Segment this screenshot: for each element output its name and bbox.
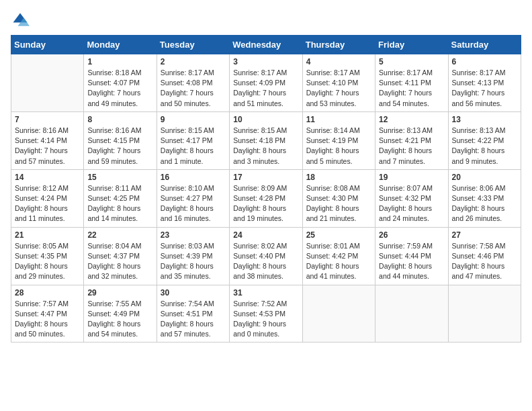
sunset-text: Sunset: 4:14 PM	[15, 136, 67, 144]
logo	[11, 11, 32, 30]
calendar-cell: 6Sunrise: 8:17 AMSunset: 4:13 PMDaylight…	[448, 54, 521, 112]
logo-icon	[11, 11, 30, 30]
sunset-text: Sunset: 4:24 PM	[15, 194, 67, 202]
sunset-text: Sunset: 4:08 PM	[161, 79, 213, 87]
daylight-text: Daylight: 8 hours and 7 minutes.	[379, 146, 432, 165]
day-number: 5	[379, 57, 444, 66]
calendar-week-row: 1Sunrise: 8:18 AMSunset: 4:07 PMDaylight…	[11, 54, 521, 112]
sunset-text: Sunset: 4:47 PM	[15, 310, 67, 318]
cell-info: Sunrise: 7:52 AMSunset: 4:53 PMDaylight:…	[233, 299, 298, 340]
calendar-cell	[375, 285, 448, 342]
daylight-text: Daylight: 8 hours and 35 minutes.	[161, 262, 214, 280]
daylight-text: Daylight: 8 hours and 50 minutes.	[15, 320, 68, 338]
daylight-text: Daylight: 7 hours and 59 minutes.	[87, 146, 140, 165]
sunrise-text: Sunrise: 8:08 AM	[306, 184, 360, 192]
sunrise-text: Sunrise: 8:02 AM	[233, 242, 287, 250]
cell-info: Sunrise: 8:16 AMSunset: 4:14 PMDaylight:…	[15, 126, 80, 167]
calendar-cell: 25Sunrise: 8:01 AMSunset: 4:42 PMDayligh…	[302, 227, 375, 285]
day-header-monday: Monday	[84, 36, 157, 54]
day-number: 30	[161, 288, 226, 298]
day-number: 31	[233, 288, 298, 298]
sunset-text: Sunset: 4:17 PM	[161, 136, 213, 144]
cell-info: Sunrise: 8:10 AMSunset: 4:27 PMDaylight:…	[161, 183, 226, 224]
sunrise-text: Sunrise: 8:04 AM	[87, 242, 141, 250]
calendar-cell: 23Sunrise: 8:03 AMSunset: 4:39 PMDayligh…	[157, 227, 229, 285]
cell-info: Sunrise: 8:18 AMSunset: 4:07 PMDaylight:…	[87, 68, 152, 109]
sunrise-text: Sunrise: 7:55 AM	[87, 300, 141, 308]
sunset-text: Sunset: 4:25 PM	[87, 194, 140, 202]
calendar-cell: 28Sunrise: 7:57 AMSunset: 4:47 PMDayligh…	[11, 285, 84, 342]
cell-info: Sunrise: 8:01 AMSunset: 4:42 PMDaylight:…	[306, 241, 371, 282]
calendar-cell: 21Sunrise: 8:05 AMSunset: 4:35 PMDayligh…	[11, 227, 84, 285]
sunset-text: Sunset: 4:21 PM	[379, 136, 431, 144]
calendar-cell: 18Sunrise: 8:08 AMSunset: 4:30 PMDayligh…	[302, 169, 375, 227]
day-header-saturday: Saturday	[448, 36, 521, 54]
sunset-text: Sunset: 4:42 PM	[306, 252, 359, 260]
daylight-text: Daylight: 7 hours and 53 minutes.	[306, 89, 359, 107]
day-header-sunday: Sunday	[11, 36, 84, 54]
day-number: 2	[161, 57, 226, 66]
calendar-cell: 29Sunrise: 7:55 AMSunset: 4:49 PMDayligh…	[84, 285, 157, 342]
cell-info: Sunrise: 8:05 AMSunset: 4:35 PMDaylight:…	[15, 241, 80, 282]
daylight-text: Daylight: 8 hours and 9 minutes.	[452, 146, 505, 165]
day-number: 8	[87, 115, 152, 124]
daylight-text: Daylight: 8 hours and 3 minutes.	[233, 146, 286, 165]
sunrise-text: Sunrise: 8:13 AM	[452, 126, 506, 134]
sunrise-text: Sunrise: 8:16 AM	[87, 126, 141, 134]
cell-info: Sunrise: 8:15 AMSunset: 4:18 PMDaylight:…	[233, 126, 298, 167]
daylight-text: Daylight: 8 hours and 44 minutes.	[379, 262, 432, 280]
cell-info: Sunrise: 8:15 AMSunset: 4:17 PMDaylight:…	[161, 126, 226, 167]
calendar-week-row: 28Sunrise: 7:57 AMSunset: 4:47 PMDayligh…	[11, 285, 521, 342]
sunrise-text: Sunrise: 8:18 AM	[87, 68, 141, 77]
calendar-cell: 26Sunrise: 7:59 AMSunset: 4:44 PMDayligh…	[375, 227, 448, 285]
sunset-text: Sunset: 4:32 PM	[379, 194, 431, 202]
calendar-cell: 7Sunrise: 8:16 AMSunset: 4:14 PMDaylight…	[11, 111, 84, 169]
calendar-cell: 20Sunrise: 8:06 AMSunset: 4:33 PMDayligh…	[448, 169, 521, 227]
day-number: 12	[379, 115, 444, 124]
sunrise-text: Sunrise: 8:15 AM	[233, 126, 287, 134]
daylight-text: Daylight: 7 hours and 54 minutes.	[379, 89, 432, 107]
cell-info: Sunrise: 8:09 AMSunset: 4:28 PMDaylight:…	[233, 183, 298, 224]
daylight-text: Daylight: 9 hours and 0 minutes.	[233, 320, 286, 338]
day-number: 10	[233, 115, 298, 124]
day-number: 7	[15, 115, 80, 124]
day-number: 4	[306, 57, 371, 66]
sunset-text: Sunset: 4:49 PM	[87, 310, 140, 318]
day-number: 20	[452, 173, 517, 182]
cell-info: Sunrise: 8:14 AMSunset: 4:19 PMDaylight:…	[306, 126, 371, 167]
sunset-text: Sunset: 4:30 PM	[306, 194, 359, 202]
cell-info: Sunrise: 8:16 AMSunset: 4:15 PMDaylight:…	[87, 126, 152, 167]
day-number: 18	[306, 173, 371, 182]
calendar-cell: 15Sunrise: 8:11 AMSunset: 4:25 PMDayligh…	[84, 169, 157, 227]
day-number: 6	[452, 57, 517, 66]
daylight-text: Daylight: 7 hours and 49 minutes.	[87, 89, 140, 107]
sunrise-text: Sunrise: 8:17 AM	[379, 68, 433, 77]
day-number: 1	[87, 57, 152, 66]
cell-info: Sunrise: 8:04 AMSunset: 4:37 PMDaylight:…	[87, 241, 152, 282]
day-number: 15	[87, 173, 152, 182]
sunset-text: Sunset: 4:46 PM	[452, 252, 504, 260]
sunset-text: Sunset: 4:11 PM	[379, 79, 431, 87]
sunrise-text: Sunrise: 8:17 AM	[306, 68, 360, 77]
calendar-cell: 17Sunrise: 8:09 AMSunset: 4:28 PMDayligh…	[230, 169, 302, 227]
sunrise-text: Sunrise: 8:06 AM	[452, 184, 506, 192]
sunrise-text: Sunrise: 8:11 AM	[87, 184, 141, 192]
cell-info: Sunrise: 7:59 AMSunset: 4:44 PMDaylight:…	[379, 241, 444, 282]
sunrise-text: Sunrise: 8:17 AM	[161, 68, 214, 77]
calendar-cell: 24Sunrise: 8:02 AMSunset: 4:40 PMDayligh…	[230, 227, 302, 285]
day-number: 28	[15, 288, 80, 298]
calendar-table: SundayMondayTuesdayWednesdayThursdayFrid…	[11, 35, 521, 342]
calendar-cell: 12Sunrise: 8:13 AMSunset: 4:21 PMDayligh…	[375, 111, 448, 169]
cell-info: Sunrise: 8:17 AMSunset: 4:13 PMDaylight:…	[452, 68, 517, 109]
daylight-text: Daylight: 8 hours and 29 minutes.	[15, 262, 68, 280]
daylight-text: Daylight: 8 hours and 24 minutes.	[379, 204, 432, 222]
cell-info: Sunrise: 8:17 AMSunset: 4:10 PMDaylight:…	[306, 68, 371, 109]
calendar-cell: 31Sunrise: 7:52 AMSunset: 4:53 PMDayligh…	[230, 285, 302, 342]
calendar-cell: 9Sunrise: 8:15 AMSunset: 4:17 PMDaylight…	[157, 111, 229, 169]
sunrise-text: Sunrise: 8:07 AM	[379, 184, 433, 192]
sunset-text: Sunset: 4:19 PM	[306, 136, 359, 144]
day-number: 17	[233, 173, 298, 182]
cell-info: Sunrise: 8:12 AMSunset: 4:24 PMDaylight:…	[15, 183, 80, 224]
daylight-text: Daylight: 8 hours and 21 minutes.	[306, 204, 359, 222]
sunrise-text: Sunrise: 7:52 AM	[233, 300, 287, 308]
